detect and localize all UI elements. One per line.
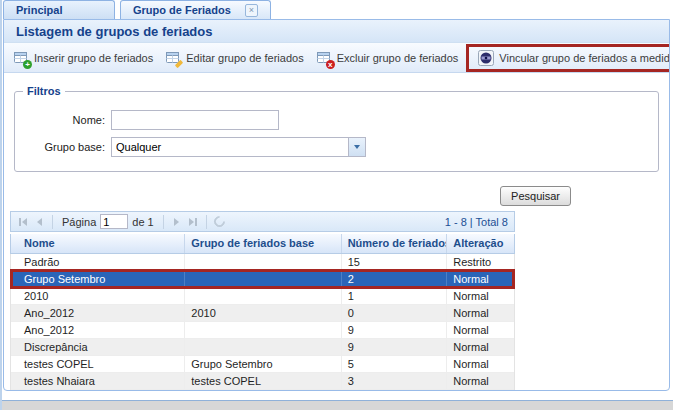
table-cell: Ano_2012	[11, 305, 185, 321]
table-cell	[185, 339, 341, 355]
panel-header: Listagem de grupos de feriados	[4, 20, 669, 43]
table-cell: 1	[342, 288, 448, 304]
table-row[interactable]: testes Nhaiaratestes COPEL3Normal	[11, 373, 514, 390]
last-page-icon[interactable]	[185, 214, 201, 230]
grupo-base-input[interactable]	[111, 137, 349, 157]
table-cell	[185, 322, 341, 338]
table-row[interactable]: 20101Normal	[11, 288, 514, 305]
link-group-to-meters-button[interactable]: Vincular grupo de feriados a medidores	[472, 47, 670, 69]
filters-fieldset: Filtros Nome: Grupo base:	[14, 85, 659, 172]
insert-group-button[interactable]: + Inserir grupo de feriados	[7, 47, 159, 69]
table-cell: Restrito	[447, 254, 514, 270]
edit-group-button[interactable]: Editar grupo de feriados	[159, 47, 309, 69]
column-header-nome[interactable]: Nome	[11, 234, 185, 253]
paging-separator	[206, 215, 207, 229]
first-page-icon[interactable]	[15, 214, 31, 230]
grid-header-row: Nome Grupo de feriados base Número de fe…	[10, 234, 515, 254]
page-of-label: de 1	[132, 216, 153, 228]
chevron-down-icon	[354, 145, 360, 149]
refresh-icon[interactable]	[212, 214, 228, 230]
tab-bar: Principal Grupo de Feriados ×	[2, 0, 673, 19]
table-cell	[185, 254, 341, 270]
table-cell	[185, 271, 341, 287]
table-cell: 0	[342, 305, 448, 321]
table-cell: 2	[342, 271, 448, 287]
main-panel: Listagem de grupos de feriados + Inserir…	[3, 19, 670, 391]
annotation-box-button: Vincular grupo de feriados a medidores	[466, 44, 670, 72]
tab-principal[interactable]: Principal	[3, 0, 115, 19]
grupo-base-field-row: Grupo base:	[15, 137, 658, 157]
table-cell: Grupo Setembro	[11, 271, 185, 287]
nome-label: Nome:	[15, 114, 111, 126]
table-row[interactable]: Ano_201220100Normal	[11, 305, 514, 322]
table-cell: 15	[342, 254, 448, 270]
table-cell: testes Nhaiara	[11, 373, 185, 389]
grid-delete-icon: x	[316, 50, 332, 66]
page-bottom-edge	[2, 400, 673, 410]
grid-rows: Padrão15RestritoGrupo Setembro2Normal201…	[10, 254, 515, 391]
table-cell: Normal	[447, 322, 514, 338]
edit-group-label: Editar grupo de feriados	[186, 52, 303, 64]
table-cell: 5	[342, 356, 448, 372]
filters-legend: Filtros	[23, 85, 65, 97]
delete-badge-icon: x	[326, 60, 335, 69]
table-row[interactable]: Grupo Setembro2Normal	[11, 271, 514, 288]
tab-grupo-de-feriados[interactable]: Grupo de Feriados ×	[120, 0, 271, 19]
table-cell: Normal	[447, 339, 514, 355]
table-cell: Normal	[447, 305, 514, 321]
paging-separator	[52, 215, 53, 229]
nome-field-row: Nome:	[15, 110, 658, 130]
table-cell: Normal	[447, 356, 514, 372]
combo-trigger-button[interactable]	[349, 137, 366, 157]
next-page-icon[interactable]	[169, 214, 185, 230]
tab-grupo-de-feriados-label: Grupo de Feriados	[133, 4, 231, 16]
table-cell: Grupo Setembro	[185, 356, 341, 372]
search-row: Pesquisar	[4, 186, 571, 206]
grupo-base-combobox	[111, 137, 366, 157]
table-cell: testes COPEL	[185, 373, 341, 389]
table-cell: Padrão	[11, 254, 185, 270]
close-tab-icon[interactable]: ×	[245, 4, 258, 17]
delete-group-button[interactable]: x Excluir grupo de feriados	[310, 47, 465, 69]
search-button[interactable]: Pesquisar	[500, 186, 571, 206]
prev-page-icon[interactable]	[31, 214, 47, 230]
grid-edit-icon	[165, 50, 181, 66]
table-cell: Normal	[447, 373, 514, 389]
table-cell: 9	[342, 339, 448, 355]
delete-group-label: Excluir grupo de feriados	[337, 52, 459, 64]
nome-input[interactable]	[111, 110, 279, 130]
column-header-grupo-base[interactable]: Grupo de feriados base	[185, 234, 341, 253]
table-cell: testes COPEL	[11, 356, 185, 372]
paging-separator	[163, 215, 164, 229]
table-cell: 2010	[185, 305, 341, 321]
grid-add-icon: +	[13, 50, 29, 66]
insert-group-label: Inserir grupo de feriados	[34, 52, 153, 64]
holiday-groups-grid: Nome Grupo de feriados base Número de fe…	[10, 234, 515, 391]
table-cell	[185, 288, 341, 304]
table-cell: Normal	[447, 288, 514, 304]
table-cell: 3	[342, 373, 448, 389]
table-row[interactable]: Padrão15Restrito	[11, 254, 514, 271]
table-row[interactable]: Ano_20129Normal	[11, 322, 514, 339]
grupo-base-label: Grupo base:	[15, 141, 111, 153]
plus-badge-icon: +	[23, 60, 32, 69]
page-number-input[interactable]	[100, 214, 128, 229]
app-window: Principal Grupo de Feriados × Listagem d…	[0, 0, 673, 410]
table-row[interactable]: testes COPELGrupo Setembro5Normal	[11, 356, 514, 373]
meter-icon	[478, 50, 494, 66]
table-cell: Normal	[447, 271, 514, 287]
paging-status: 1 - 8 | Total 8	[445, 216, 510, 228]
panel-body: Filtros Nome: Grupo base: Pesquisa	[4, 85, 669, 391]
tab-principal-label: Principal	[16, 4, 62, 16]
column-header-numero-feriados[interactable]: Número de feriados	[342, 234, 448, 253]
table-row[interactable]: Discrepância9Normal	[11, 339, 514, 356]
table-cell: Ano_2012	[11, 322, 185, 338]
toolbar: + Inserir grupo de feriados Editar grupo…	[4, 43, 669, 73]
page-title: Listagem de grupos de feriados	[16, 24, 213, 39]
table-cell: Discrepância	[11, 339, 185, 355]
column-header-alteracao[interactable]: Alteração	[447, 234, 514, 253]
table-cell: 9	[342, 322, 448, 338]
table-cell: 2010	[11, 288, 185, 304]
page-label: Página	[62, 216, 96, 228]
link-group-to-meters-label: Vincular grupo de feriados a medidores	[499, 52, 670, 64]
